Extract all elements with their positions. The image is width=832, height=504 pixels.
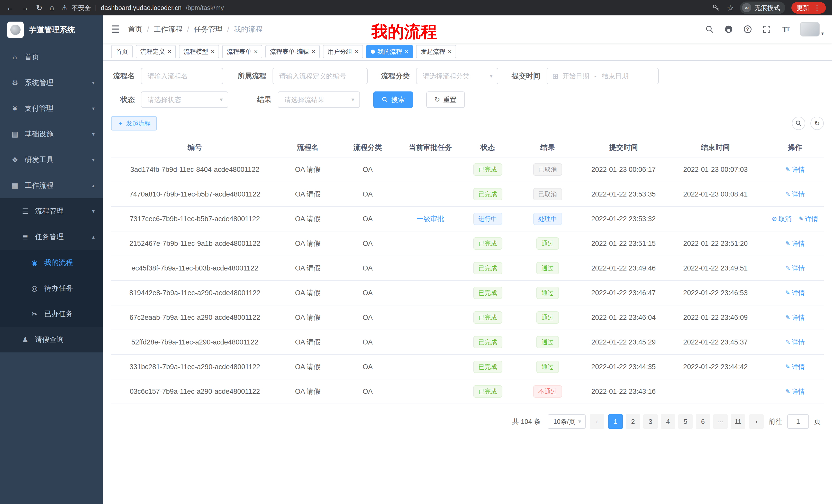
detail-link[interactable]: ✎详情 <box>785 165 805 174</box>
jump-page-input[interactable] <box>787 414 809 429</box>
sidebar-item[interactable]: ☰ 流程管理 ▾ <box>0 198 103 224</box>
fullscreen-icon[interactable] <box>762 25 771 34</box>
tab[interactable]: 首页 <box>111 45 133 58</box>
tab-close-icon[interactable]: × <box>448 49 451 55</box>
refresh-table-button[interactable]: ↻ <box>810 117 824 130</box>
update-button[interactable]: 更新 ⋮ <box>791 2 826 13</box>
status-badge: 已完成 <box>473 237 502 250</box>
reload-icon[interactable]: ↻ <box>36 3 43 12</box>
page-button[interactable]: 5 <box>678 414 693 429</box>
result-badge: 通过 <box>536 287 559 299</box>
table-row: 7317cec6-7b9b-11ec-b5b7-acde48001122 OA … <box>111 206 824 231</box>
detail-link[interactable]: ✎详情 <box>785 313 805 322</box>
key-icon[interactable] <box>711 3 721 12</box>
sidebar-item[interactable]: ▤ 基础设施 ▾ <box>0 121 103 147</box>
help-icon[interactable]: ? <box>743 25 752 34</box>
prev-page-button[interactable]: ‹ <box>590 414 604 429</box>
range-separator: - <box>594 72 597 80</box>
sidebar-item[interactable]: ✂ 已办任务 <box>0 301 103 327</box>
sidebar-item[interactable]: ¥ 支付管理 ▾ <box>0 95 103 121</box>
page-button[interactable]: 6 <box>696 414 710 429</box>
back-icon[interactable]: ← <box>6 3 14 12</box>
sidebar-item[interactable]: ⚙ 系统管理 ▾ <box>0 70 103 95</box>
filter-row-2: 状态 请选择状态 ▾ 结果 请选择流结果 ▾ 搜索 <box>111 91 824 108</box>
tab-close-icon[interactable]: × <box>312 49 315 55</box>
search-button[interactable]: 搜索 <box>373 91 413 108</box>
detail-link[interactable]: ✎详情 <box>785 264 805 273</box>
github-icon[interactable] <box>724 25 733 34</box>
submit-time-range[interactable]: ⊞ 开始日期 - 结束日期 <box>547 68 659 84</box>
detail-link[interactable]: ✎详情 <box>785 338 805 346</box>
tab[interactable]: 流程模型 × <box>179 45 219 58</box>
sidebar-item[interactable]: ♟ 请假查询 <box>0 327 103 353</box>
sidebar-item[interactable]: ▦ 工作流程 ▴ <box>0 173 103 198</box>
tab-close-icon[interactable]: × <box>167 49 171 55</box>
create-process-button[interactable]: ＋ 发起流程 <box>111 116 157 131</box>
sidebar-item[interactable]: ≣ 任务管理 ▴ <box>0 224 103 250</box>
breadcrumb-item[interactable]: 我的流程 <box>223 24 263 34</box>
detail-link[interactable]: ✎详情 <box>785 387 805 396</box>
toggle-search-button[interactable] <box>792 117 805 130</box>
row-id: 7470a810-7b9b-11ec-b5b7-acde48001122 <box>111 182 279 206</box>
menu-item-icon: ⌂ <box>10 53 20 61</box>
tab[interactable]: 流程表单-编辑 × <box>265 45 320 58</box>
search-icon[interactable] <box>705 25 714 34</box>
menu-item-icon: ▤ <box>10 130 20 138</box>
page-button[interactable]: 2 <box>626 414 640 429</box>
page-button[interactable]: 11 <box>731 414 745 429</box>
menu-item-icon: ◉ <box>30 258 39 267</box>
tab-close-icon[interactable]: × <box>254 49 258 55</box>
breadcrumb-item[interactable]: 任务管理 <box>183 24 223 34</box>
tab[interactable]: 用户分组 × <box>323 45 363 58</box>
hamburger-icon[interactable]: ☰ <box>111 24 120 35</box>
tab[interactable]: 我的流程 × <box>366 45 413 58</box>
sidebar-item[interactable]: ◎ 待办任务 <box>0 275 103 301</box>
tab[interactable]: 流程定义 × <box>136 45 176 58</box>
page-button[interactable]: 1 <box>608 414 623 429</box>
menu-item-label: 系统管理 <box>25 78 53 88</box>
result-select[interactable]: 请选择流结果 ▾ <box>278 91 360 108</box>
tab-close-icon[interactable]: × <box>405 49 408 55</box>
jump-prefix-label: 前往 <box>769 417 782 426</box>
process-name-input[interactable] <box>141 68 223 84</box>
sidebar-item[interactable]: ❖ 研发工具 ▾ <box>0 147 103 173</box>
tab-close-icon[interactable]: × <box>211 49 214 55</box>
page-button[interactable]: ··· <box>713 414 728 429</box>
page-button[interactable]: 3 <box>643 414 658 429</box>
cancel-link[interactable]: ⊘取消 <box>772 215 791 223</box>
row-id: 7317cec6-7b9b-11ec-b5b7-acde48001122 <box>111 206 279 231</box>
sidebar-item[interactable]: ⌂ 首页 <box>0 44 103 70</box>
tab-close-icon[interactable]: × <box>355 49 358 55</box>
current-task-link[interactable]: 一级审批 <box>417 215 444 223</box>
forward-icon[interactable]: → <box>21 3 29 12</box>
detail-link[interactable]: ✎详情 <box>785 190 805 199</box>
breadcrumb-item[interactable]: 首页 <box>128 24 142 34</box>
start-date-placeholder: 开始日期 <box>562 72 589 81</box>
reset-button[interactable]: ↻ 重置 <box>426 91 465 108</box>
detail-link[interactable]: ✎详情 <box>785 240 805 248</box>
delete-icon: ⊘ <box>772 215 777 222</box>
detail-link[interactable]: ✎详情 <box>798 215 818 223</box>
sidebar-item[interactable]: ◉ 我的流程 <box>0 250 103 275</box>
next-page-button[interactable]: › <box>749 414 763 429</box>
browser-menu-icon[interactable]: ⋮ <box>813 4 821 12</box>
process-def-input[interactable] <box>272 68 368 84</box>
breadcrumb-item[interactable]: 工作流程 <box>142 24 183 34</box>
row-category: OA <box>337 231 398 256</box>
row-end-time: 2022-01-22 23:45:37 <box>665 330 766 355</box>
process-def-label: 所属流程 <box>237 71 266 81</box>
detail-link[interactable]: ✎详情 <box>785 363 805 371</box>
detail-link[interactable]: ✎详情 <box>785 289 805 297</box>
status-select[interactable]: 请选择状态 ▾ <box>141 91 228 108</box>
tab[interactable]: 发起流程 × <box>416 45 456 58</box>
user-menu[interactable]: ▾ <box>800 22 824 36</box>
page-button[interactable]: 4 <box>661 414 675 429</box>
bookmark-star-icon[interactable]: ☆ <box>727 3 734 12</box>
font-size-icon[interactable]: TT <box>781 25 790 34</box>
url-bar[interactable]: ⚠ 不安全 | dashboard.yudao.iocoder.cn/bpm/t… <box>61 4 224 12</box>
home-icon[interactable]: ⌂ <box>50 3 54 12</box>
breadcrumb: 首页 工作流程 任务管理 我的流程 <box>128 24 262 34</box>
page-size-select[interactable]: 10条/页 ▾ <box>548 414 586 429</box>
category-select[interactable]: 请选择流程分类 ▾ <box>416 68 498 84</box>
tab[interactable]: 流程表单 × <box>222 45 262 58</box>
